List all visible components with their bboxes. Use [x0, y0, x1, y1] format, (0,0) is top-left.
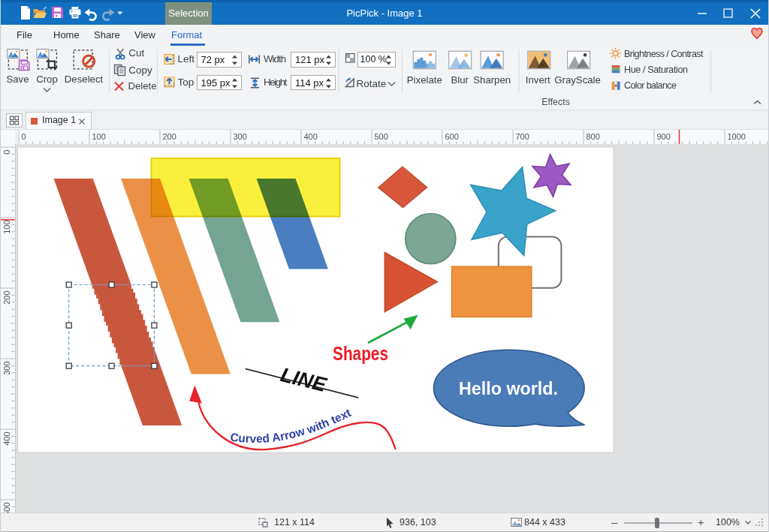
- svg-text:Blur: Blur: [451, 74, 469, 86]
- svg-text:Sharpen: Sharpen: [473, 74, 511, 86]
- svg-text:Delete: Delete: [128, 80, 157, 92]
- svg-text:0: 0: [2, 150, 11, 155]
- svg-text:700: 700: [516, 131, 529, 140]
- svg-text:600: 600: [445, 131, 459, 140]
- svg-text:Save: Save: [6, 74, 29, 85]
- svg-text:500: 500: [375, 131, 388, 140]
- svg-text:Width: Width: [264, 53, 286, 65]
- svg-text:Crop: Crop: [36, 74, 58, 85]
- svg-text:Rotate: Rotate: [357, 78, 387, 89]
- svg-text:800: 800: [587, 131, 600, 140]
- svg-text:Hello world.: Hello world.: [459, 378, 558, 398]
- svg-text:Color balance: Color balance: [624, 80, 677, 91]
- svg-text:100: 100: [2, 221, 11, 234]
- svg-text:400: 400: [304, 131, 318, 140]
- svg-text:Left: Left: [178, 53, 195, 65]
- svg-text:300: 300: [2, 362, 11, 375]
- svg-text:500: 500: [2, 503, 11, 513]
- svg-text:300: 300: [234, 131, 247, 140]
- svg-text:100: 100: [92, 131, 106, 140]
- svg-text:1000: 1000: [728, 131, 746, 140]
- svg-text:0: 0: [22, 131, 26, 140]
- svg-text:Hue / Saturation: Hue / Saturation: [624, 65, 688, 75]
- svg-text:Shapes: Shapes: [333, 342, 388, 365]
- svg-text:Brightness / Contrast: Brightness / Contrast: [624, 49, 704, 59]
- svg-text:GrayScale: GrayScale: [554, 74, 601, 86]
- svg-text:Copy: Copy: [128, 65, 152, 76]
- svg-text:Cut: Cut: [128, 47, 144, 59]
- svg-text:Height: Height: [264, 77, 288, 88]
- svg-text:Pixelate: Pixelate: [407, 74, 442, 86]
- svg-text:Deselect: Deselect: [65, 74, 104, 85]
- svg-text:200: 200: [163, 131, 176, 140]
- svg-text:900: 900: [657, 131, 671, 140]
- svg-text:200: 200: [2, 291, 11, 305]
- svg-text:Top: Top: [178, 77, 195, 88]
- svg-text:400: 400: [2, 432, 11, 446]
- svg-text:Invert: Invert: [526, 74, 550, 86]
- svg-text:Effects: Effects: [541, 97, 570, 107]
